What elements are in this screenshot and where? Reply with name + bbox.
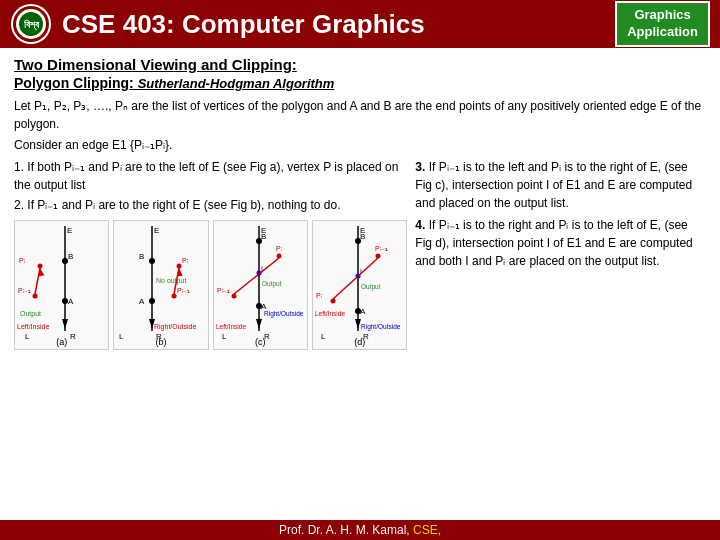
svg-text:Pᵢ₋₁: Pᵢ₋₁ [217,287,230,294]
svg-text:B: B [139,252,144,261]
figure-b-svg: E L R Pᵢ₋₁ Pᵢ No output [114,221,204,341]
svg-point-63 [375,254,380,259]
figure-d: E L R Pᵢ₋₁ Pᵢ I [312,220,407,350]
figure-a-svg: E L R Pᵢ₋₁ Pᵢ [15,221,105,341]
svg-text:Pᵢ₋₁: Pᵢ₋₁ [177,287,190,294]
figure-c: E L R Pᵢ₋₁ Pᵢ I [213,220,308,350]
svg-text:No output: No output [156,277,186,285]
svg-text:Pᵢ: Pᵢ [276,245,282,252]
subsection-label: Polygon Clipping [14,75,129,91]
figure-d-svg: E L R Pᵢ₋₁ Pᵢ I [313,221,403,341]
header: বিশ্ব CSE 403: Computer Graphics Graphic… [0,0,720,48]
svg-line-69 [333,258,378,299]
svg-text:Pᵢ₋₁: Pᵢ₋₁ [375,245,388,252]
left-section: 1. If both Pᵢ₋₁ and Pᵢ are to the left o… [14,158,407,350]
svg-point-27 [172,294,177,299]
svg-point-46 [276,254,281,259]
svg-text:Pᵢ: Pᵢ [316,292,322,299]
svg-text:Output: Output [262,280,282,288]
svg-point-10 [33,294,38,299]
badge-line1: Graphics [627,7,698,24]
svg-text:B: B [68,252,73,261]
svg-line-14 [35,268,40,294]
svg-text:Output: Output [361,283,381,291]
svg-point-37 [149,258,155,264]
svg-text:Pᵢ₋₁: Pᵢ₋₁ [18,287,31,294]
svg-text:Pᵢ: Pᵢ [182,257,188,264]
right-section: 3. If Pᵢ₋₁ is to the left and Pᵢ is to t… [415,158,706,350]
subsection-italic: Sutherland-Hodgman Algorithm [138,76,335,91]
right-item3: 3. If Pᵢ₋₁ is to the left and Pᵢ is to t… [415,158,706,212]
svg-line-50 [234,258,279,294]
footer: Prof. Dr. A. H. M. Kamal, CSE, [0,520,720,540]
svg-text:A: A [360,307,366,316]
figure-b: E L R Pᵢ₋₁ Pᵢ No output [113,220,208,350]
main-body: 1. If both Pᵢ₋₁ and Pᵢ are to the left o… [14,158,706,350]
figure-c-svg: E L R Pᵢ₋₁ Pᵢ I [214,221,304,341]
svg-marker-7 [62,319,68,329]
para1: Let P₁, P₂, P₃, …., Pₙ are the list of v… [14,97,706,133]
svg-text:Right/Outside: Right/Outside [264,310,304,318]
svg-point-12 [38,264,43,269]
badge-line2: Application [627,24,698,41]
subsection-title: Polygon Clipping: Sutherland-Hodgman Alg… [14,75,706,91]
right-item4: 4. If Pᵢ₋₁ is to the right and Pᵢ is to … [415,216,706,270]
section-title: Two Dimensional Viewing and Clipping: [14,56,706,73]
svg-text:Left/Inside: Left/Inside [216,323,246,330]
svg-text:A: A [68,297,74,306]
svg-point-65 [330,299,335,304]
svg-text:E: E [67,226,72,235]
svg-text:Right/Outside: Right/Outside [154,323,197,331]
svg-point-29 [177,264,182,269]
page-title: CSE 403: Computer Graphics [62,9,615,40]
svg-text:বিশ্ব: বিশ্ব [24,19,40,31]
header-badge: Graphics Application [615,1,710,47]
svg-text:B: B [360,232,365,241]
footer-text: Prof. Dr. A. H. M. Kamal, CSE, [279,523,441,537]
svg-marker-41 [256,319,262,329]
svg-text:E: E [154,226,159,235]
svg-text:Right/Outside: Right/Outside [361,323,401,331]
figures-row: E L R Pᵢ₋₁ Pᵢ [14,220,407,350]
svg-text:Pᵢ: Pᵢ [19,257,25,264]
svg-point-44 [231,294,236,299]
main-content: Two Dimensional Viewing and Clipping: Po… [0,48,720,354]
svg-text:Output: Output [20,310,41,318]
svg-text:B: B [261,232,266,241]
para2: Consider an edge E1 {Pᵢ₋₁Pᵢ}. [14,136,706,154]
svg-text:A: A [139,297,145,306]
svg-text:Left/Inside: Left/Inside [315,310,345,317]
item1: 1. If both Pᵢ₋₁ and Pᵢ are to the left o… [14,158,407,194]
logo-icon: বিশ্ব [10,3,52,45]
svg-point-35 [149,298,155,304]
figure-a: E L R Pᵢ₋₁ Pᵢ [14,220,109,350]
item2: 2. If Pᵢ₋₁ and Pᵢ are to the right of E … [14,196,407,214]
svg-text:Left/Inside: Left/Inside [17,323,49,330]
